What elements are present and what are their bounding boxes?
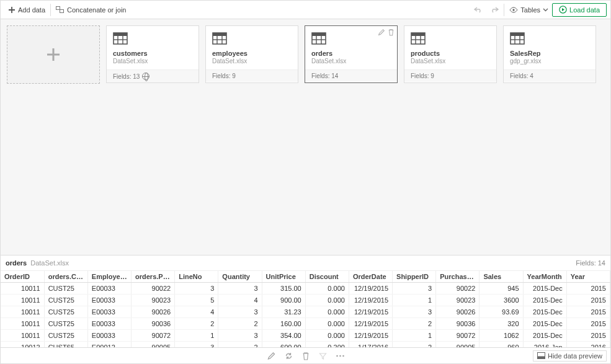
column-header[interactable]: Year <box>566 271 610 283</box>
cell: 2015 <box>566 330 610 342</box>
cell: CUST25 <box>44 306 87 318</box>
column-header[interactable]: OrderID <box>1 271 44 283</box>
table-tile-employees[interactable]: employeesDataSet.xlsxFields: 9 <box>205 25 298 83</box>
toolbar: Add data Concatenate or join Tables <box>1 1 610 19</box>
refresh-icon[interactable] <box>284 352 293 360</box>
more-icon[interactable] <box>336 355 344 357</box>
cell: CUST25 <box>44 295 87 306</box>
cell: 2015 <box>566 283 610 295</box>
hide-preview-label: Hide data preview <box>548 352 602 360</box>
undo-button[interactable] <box>470 3 486 17</box>
svg-rect-25 <box>511 33 524 36</box>
eye-icon <box>509 6 518 14</box>
cell: 945 <box>479 283 523 295</box>
concatenate-icon <box>56 6 65 14</box>
cell: 90022 <box>436 283 479 295</box>
cell: 10012 <box>1 342 44 348</box>
add-table-tile[interactable] <box>7 25 100 84</box>
cell: 2015 <box>566 306 610 318</box>
table-tile-SalesRep[interactable]: SalesRepgdp_gr.xlsxFields: 4 <box>503 25 596 83</box>
table-row[interactable]: 10011CUST25E000339003622160.000.00012/19… <box>1 318 610 330</box>
tile-source: DataSet.xlsx <box>411 58 490 64</box>
cell: 3600 <box>479 295 523 306</box>
table-tile-customers[interactable]: customersDataSet.xlsxFields: 13 <box>106 25 199 83</box>
cell: 12/19/2015 <box>349 306 392 318</box>
edit-icon[interactable] <box>267 352 275 360</box>
svg-rect-10 <box>213 33 226 36</box>
cell: 2015-Dec <box>523 330 566 342</box>
tile-fields: Fields: 14 <box>305 69 397 82</box>
column-header[interactable]: LineNo <box>175 271 218 283</box>
cell: 10011 <box>1 330 44 342</box>
cell: 2015-Dec <box>523 295 566 306</box>
filter-icon[interactable] <box>318 352 327 360</box>
svg-point-2 <box>513 9 515 11</box>
cell: 0.000 <box>305 318 349 330</box>
cell: 600.00 <box>262 342 305 348</box>
table-icon <box>510 32 589 46</box>
add-data-button[interactable]: Add data <box>4 3 49 17</box>
preview-source: DataSet.xlsx <box>30 259 69 267</box>
redo-button[interactable] <box>486 3 502 17</box>
column-header[interactable]: Quantity <box>218 271 262 283</box>
table-row[interactable]: 10011CUST25E00033900264331.230.00012/19/… <box>1 306 610 318</box>
table-header-row: OrderIDorders.Cust...EmployeeKeyorders.P… <box>1 271 610 283</box>
table-row[interactable]: 10011CUST25E000339002233315.000.00012/19… <box>1 283 610 295</box>
cell: 90022 <box>132 283 175 295</box>
cell: 0.200 <box>305 342 349 348</box>
delete-icon[interactable] <box>301 352 310 360</box>
column-header[interactable]: orders.Cust... <box>44 271 87 283</box>
hide-preview-button[interactable]: Hide data preview <box>533 350 607 362</box>
preview-table-name: orders <box>6 259 27 267</box>
plus-icon <box>45 46 62 63</box>
view-tables-dropdown[interactable]: Tables <box>506 6 552 14</box>
delete-icon[interactable] <box>388 29 395 36</box>
column-header[interactable]: EmployeeKey <box>87 271 131 283</box>
cell: 90036 <box>132 318 175 330</box>
cell: 1/17/2016 <box>349 342 392 348</box>
tables-label: Tables <box>520 6 540 14</box>
cell: E00033 <box>87 283 131 295</box>
edit-icon[interactable] <box>378 29 385 36</box>
load-data-label: Load data <box>569 6 600 14</box>
cell: 1 <box>175 330 218 342</box>
app-window: Add data Concatenate or join Tables <box>0 0 611 364</box>
table-row[interactable]: 10011CUST25E000339002354900.000.00012/19… <box>1 295 610 306</box>
preview-fields-count: Fields: 14 <box>576 259 605 267</box>
column-header[interactable]: ShipperID <box>393 271 436 283</box>
tile-name: customers <box>113 50 192 57</box>
column-header[interactable]: PurchasedP... <box>436 271 479 283</box>
cell: 12/19/2015 <box>349 330 392 342</box>
column-header[interactable]: YearMonth <box>523 271 566 283</box>
column-header[interactable]: UnitPrice <box>262 271 305 283</box>
table-tile-orders[interactable]: ordersDataSet.xlsxFields: 14 <box>305 25 398 83</box>
chevron-down-icon <box>543 8 548 12</box>
cell: 2015-Dec <box>523 283 566 295</box>
cell: 2 <box>393 342 436 348</box>
column-header[interactable]: Discount <box>305 271 349 283</box>
table-row[interactable]: 10012CUST65E000129000532600.000.2001/17/… <box>1 342 610 348</box>
cell: CUST25 <box>44 283 87 295</box>
plus-icon <box>8 6 16 14</box>
column-header[interactable]: Sales <box>479 271 523 283</box>
toolbar-separator <box>50 4 51 16</box>
svg-point-29 <box>336 355 338 357</box>
cell: 0.000 <box>305 283 349 295</box>
cell: 0.000 <box>305 330 349 342</box>
column-header[interactable]: OrderDate <box>349 271 392 283</box>
tile-source: DataSet.xlsx <box>311 58 391 64</box>
concatenate-button[interactable]: Concatenate or join <box>52 3 130 17</box>
svg-rect-33 <box>537 357 545 359</box>
preview-header: orders DataSet.xlsx Fields: 14 <box>1 255 610 270</box>
svg-rect-1 <box>60 9 64 12</box>
cell: 3 <box>218 283 262 295</box>
cell: 4 <box>218 295 262 306</box>
concatenate-label: Concatenate or join <box>67 6 126 14</box>
load-data-button[interactable]: Load data <box>552 3 607 17</box>
preview-grid[interactable]: OrderIDorders.Cust...EmployeeKeyorders.P… <box>1 270 610 347</box>
column-header[interactable]: orders.Prod... <box>132 271 175 283</box>
cell: 3 <box>393 283 436 295</box>
table-row[interactable]: 10011CUST25E000339007213354.000.00012/19… <box>1 330 610 342</box>
cell: 160.00 <box>262 318 305 330</box>
table-tile-products[interactable]: productsDataSet.xlsxFields: 9 <box>404 25 497 83</box>
